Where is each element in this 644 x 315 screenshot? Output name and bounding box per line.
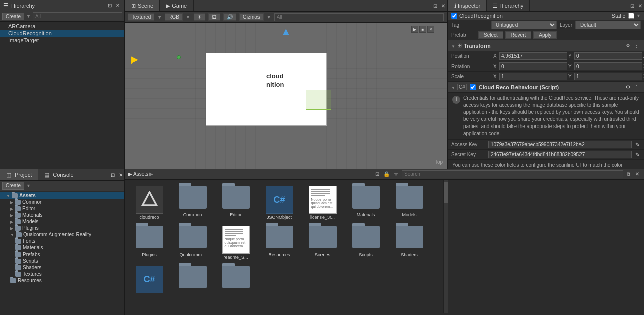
prefab-apply-btn[interactable]: Apply: [533, 31, 557, 39]
secret-key-input[interactable]: [488, 151, 632, 158]
hierarchy-item-arcamera[interactable]: ARCamera: [0, 23, 124, 30]
assets-lock-btn[interactable]: 🔒: [382, 171, 391, 177]
asset-models[interactable]: Models: [389, 184, 429, 222]
tree-item-qa-materials[interactable]: Materials: [0, 244, 124, 251]
cloud-reco-enable-checkbox[interactable]: [470, 84, 476, 90]
tree-item-scripts[interactable]: Scripts: [0, 258, 124, 264]
tree-item-prefabs[interactable]: Prefabs: [0, 251, 124, 258]
hierarchy-item-imagetarget[interactable]: ImageTarget: [0, 37, 124, 44]
rot-x-input[interactable]: [499, 62, 567, 70]
position-row: Position X Y Z: [448, 51, 644, 61]
breadcrumb-assets-label[interactable]: Assets: [133, 171, 148, 177]
play-btn[interactable]: ▶: [411, 26, 418, 33]
asset-cs-1[interactable]: C#: [129, 264, 169, 296]
tree-item-fonts[interactable]: Fonts: [0, 238, 124, 244]
transform-settings-btn[interactable]: ⚙: [624, 42, 632, 49]
static-checkbox[interactable]: [628, 13, 634, 19]
gizmos-btn[interactable]: Gizmos: [239, 13, 264, 21]
asset-cloudreco[interactable]: cloudreco: [129, 184, 169, 222]
project-create-button[interactable]: Create: [2, 182, 24, 190]
cloud-reco-section-header[interactable]: C# Cloud Reco Behaviour (Script) ⚙ ⋮: [448, 82, 644, 93]
asset-folder-2[interactable]: [216, 264, 256, 296]
pos-x-input[interactable]: [499, 52, 567, 60]
console-tab[interactable]: ▤ Console: [38, 169, 80, 180]
tree-item-editor[interactable]: Editor: [0, 205, 124, 212]
asset-shaders[interactable]: Shaders: [389, 224, 429, 262]
hierarchy-maximize-btn[interactable]: ⊡: [106, 2, 113, 9]
assets-scrollbar[interactable]: [443, 180, 448, 313]
transform-menu-btn[interactable]: ⋮: [633, 42, 641, 49]
tree-item-shaders[interactable]: Shaders: [0, 264, 124, 271]
asset-common[interactable]: Common: [172, 184, 213, 222]
asset-editor[interactable]: Editor: [216, 184, 256, 222]
cloud-reco-settings-btn[interactable]: ⚙: [624, 84, 632, 90]
tree-item-qualcomm[interactable]: Qualcomm Augmented Reality: [0, 231, 124, 238]
scene-tab[interactable]: ⊞ Scene: [125, 0, 160, 11]
asset-folder-1[interactable]: [172, 264, 213, 296]
prefab-select-btn[interactable]: Select: [478, 31, 503, 39]
shading-dropdown[interactable]: Textured: [128, 13, 154, 21]
materials-chevron-icon: [10, 212, 13, 218]
scale-x-input[interactable]: [499, 73, 567, 80]
cloud-reco-menu-btn[interactable]: ⋮: [633, 84, 641, 90]
scene-close-btn[interactable]: ✕: [440, 3, 447, 9]
asset-jsonobject[interactable]: C# JSONObject: [259, 184, 299, 222]
hierarchy-close-btn[interactable]: ✕: [114, 2, 121, 9]
scene-search-input[interactable]: [274, 13, 444, 21]
asset-license[interactable]: Noque porro quisquam est qui dolorem... …: [302, 184, 343, 222]
assets-filter-btn[interactable]: ⧉: [625, 171, 632, 178]
inspector-close-btn[interactable]: ✕: [637, 3, 644, 9]
layer-dropdown[interactable]: Default: [575, 21, 641, 29]
access-key-edit-btn[interactable]: ✎: [634, 141, 641, 148]
assets-row-3: C#: [129, 264, 640, 296]
scene-maximize-btn[interactable]: ⊡: [432, 3, 439, 9]
tree-item-common[interactable]: Common: [0, 199, 124, 205]
assets-star-btn[interactable]: ☆: [392, 171, 400, 177]
rot-y-input[interactable]: [574, 62, 642, 70]
project-maximize-btn[interactable]: ⊡: [109, 172, 116, 178]
asset-scenes[interactable]: Scenes: [302, 224, 343, 262]
sound-icon-btn[interactable]: 🔊: [223, 13, 236, 21]
scale-y-input[interactable]: [574, 73, 642, 80]
tag-dropdown[interactable]: Untagged: [491, 21, 557, 29]
inspector-maximize-btn[interactable]: ⊡: [629, 3, 636, 9]
hierarchy-item-cloudrecognition[interactable]: CloudRecognition: [0, 30, 124, 37]
secret-key-edit-btn[interactable]: ✎: [634, 151, 641, 158]
project-close-btn[interactable]: ✕: [117, 172, 124, 178]
assets-up-btn[interactable]: ⊡: [374, 171, 381, 177]
asset-resources[interactable]: Resources: [259, 224, 299, 262]
tree-item-assets[interactable]: Assets: [0, 192, 124, 199]
project-tab[interactable]: ◫ Project: [0, 169, 38, 180]
assets-scrollbar-thumb[interactable]: [444, 182, 448, 203]
stop-btn[interactable]: ✕: [427, 26, 434, 33]
assets-clear-btn[interactable]: ✕: [634, 171, 641, 177]
image-icon-btn[interactable]: 🖼: [208, 13, 220, 21]
pos-y-input[interactable]: [574, 52, 642, 60]
transform-section-header[interactable]: ⊞ Transform ⚙ ⋮: [448, 40, 644, 51]
static-dropdown-arrow[interactable]: ▼: [636, 13, 641, 18]
tree-item-textures[interactable]: Textures: [0, 271, 124, 277]
object-enable-checkbox[interactable]: [451, 13, 457, 19]
prefab-revert-btn[interactable]: Revert: [505, 31, 531, 39]
asset-readme[interactable]: Noque porro quisquam est qui dolorem... …: [216, 224, 256, 262]
scripts-folder-icon: [15, 259, 21, 264]
asset-materials[interactable]: Materials: [346, 184, 386, 222]
game-tab[interactable]: ▶ Game: [160, 0, 194, 11]
textures-folder-icon: [15, 272, 21, 277]
sun-icon-btn[interactable]: ☀: [194, 13, 205, 21]
tree-item-plugins[interactable]: Plugins: [0, 225, 124, 231]
assets-search-input[interactable]: [402, 170, 623, 178]
asset-scripts[interactable]: Scripts: [346, 224, 386, 262]
pause-btn[interactable]: ■: [419, 26, 426, 33]
inspector-tab[interactable]: ℹ Inspector: [448, 0, 487, 11]
asset-qualcomm[interactable]: Qualcomm...: [172, 224, 213, 262]
tree-item-models[interactable]: Models: [0, 218, 124, 225]
hierarchy-tab-btn[interactable]: ☰ Hierarchy: [487, 0, 530, 11]
tree-item-resources[interactable]: Resources: [0, 277, 124, 284]
hierarchy-search-input[interactable]: [33, 12, 122, 20]
hierarchy-create-button[interactable]: Create: [2, 13, 24, 20]
tree-item-materials[interactable]: Materials: [0, 212, 124, 218]
asset-plugins[interactable]: Plugins: [129, 224, 169, 262]
access-key-input[interactable]: [488, 141, 632, 148]
color-dropdown[interactable]: RGB: [165, 13, 183, 21]
